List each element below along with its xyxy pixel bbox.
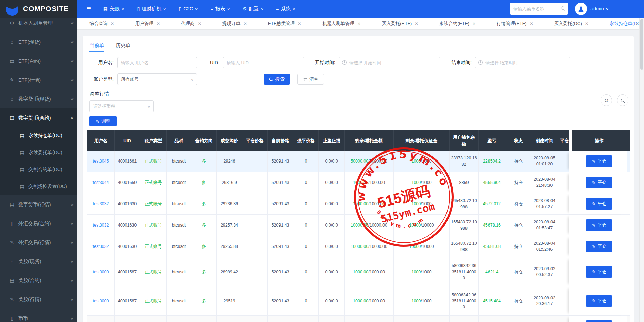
column-header: 账户类型 [140, 130, 167, 151]
edit-icon: ✎ [9, 297, 15, 302]
created-time-cell: 2023-08-04 01:53:47 [532, 215, 557, 236]
sidebar-subitem[interactable]: ▤ 永续委托单(DC) ∨ [0, 144, 77, 161]
search-button[interactable]: 搜索 [264, 74, 290, 85]
close-position-button[interactable]: ✎平仓 [586, 266, 612, 278]
open-tab[interactable]: 买入委托(ETF) ✕ [382, 21, 418, 27]
nav-menu-item[interactable]: ▦ 美股 ∨ [103, 6, 124, 12]
chevron-down-icon: ∨ [227, 7, 230, 11]
clear-button[interactable]: 清空 [297, 74, 324, 85]
sidebar-item[interactable]: ▯ 外汇交易(合约) ∨ [0, 214, 77, 233]
admin-username[interactable]: admin [590, 6, 604, 12]
close-position-button[interactable]: ✎平仓 [586, 219, 612, 231]
close-icon[interactable]: ✕ [111, 21, 114, 26]
created-time-cell: 2023-08-04 01:52:46 [532, 236, 557, 257]
symbol-cell: btcusdt [167, 236, 191, 257]
username-link[interactable]: test3000 [93, 269, 109, 275]
close-icon[interactable]: ✕ [157, 21, 160, 26]
sidebar-item[interactable]: ⌂ 数字货币(现货) ∨ [0, 89, 77, 108]
current-price-cell: 52091.43 [268, 215, 293, 236]
username-link[interactable]: test3000 [93, 298, 109, 304]
scrollbar-thumb[interactable] [640, 19, 643, 70]
sidebar-item[interactable]: ▤ 数字货币(行情) ∨ [0, 195, 77, 214]
direction-cell: 多 [191, 151, 217, 172]
open-tab[interactable]: 买入委托(DC) ✕ [554, 21, 589, 27]
close-icon[interactable]: ✕ [472, 21, 476, 26]
account-type-select[interactable]: 所有账号 ∨ [117, 73, 197, 85]
adjust-button[interactable]: ✎ 调整 [89, 116, 117, 126]
nav-menu-item[interactable]: ▯ C2C ∨ [179, 6, 198, 12]
margin-cell: 1000/1000 [394, 257, 450, 286]
open-tab[interactable]: 永续合约(ETF) ✕ [439, 21, 476, 27]
username-link[interactable]: test3044 [93, 179, 109, 186]
close-icon[interactable]: ✕ [198, 21, 201, 26]
avatar[interactable] [575, 3, 587, 15]
chevron-down-icon[interactable]: ∨ [605, 7, 609, 11]
tabs-chevron-down-icon[interactable]: ∨ [635, 18, 638, 30]
open-tab[interactable]: 行情管理(ETF) ✕ [497, 21, 533, 27]
close-icon[interactable]: ✕ [244, 21, 247, 26]
open-tab[interactable]: 永续持仓单(DC) ✕ [609, 21, 644, 27]
open-tab[interactable]: 综合查询 ✕ [89, 21, 114, 27]
hamburger-icon[interactable]: ≡ [87, 4, 91, 13]
open-tab[interactable]: 提现订单 ✕ [222, 21, 247, 27]
pnl-cell: 4621.4 [479, 257, 505, 286]
close-position-button[interactable]: ✎平仓 [586, 177, 612, 188]
end-time-input[interactable] [475, 57, 570, 68]
username-link[interactable]: test3045 [93, 158, 109, 164]
sidebar-item[interactable]: ▤ 数字货币(合约) ∧ [0, 108, 77, 127]
close-icon[interactable]: ✕ [530, 21, 533, 26]
sidebar-subitem[interactable]: ▤ 交割场控设置(DC) ∨ [0, 178, 77, 195]
username-input[interactable] [117, 57, 197, 68]
sidebar-item[interactable]: ✎ 外汇交易(行情) ∨ [0, 233, 77, 252]
close-icon[interactable]: ✕ [357, 21, 361, 26]
amount-cell [345, 316, 394, 322]
chevron-down-icon: ∨ [195, 7, 198, 11]
pencil-icon: ✎ [592, 244, 596, 249]
close-position-button[interactable]: ✎平仓 [586, 295, 612, 307]
close-icon[interactable]: ✕ [298, 21, 301, 26]
open-tab[interactable]: 机器人刷单管理 ✕ [322, 21, 361, 27]
close-position-button[interactable]: ✎平仓 [586, 198, 612, 210]
close-position-button[interactable]: ✎平仓 [586, 241, 612, 252]
open-tab[interactable]: ETF总类管理 ✕ [268, 21, 302, 27]
table-row: ff1061745 11251381 2023-08-0 ✎平仓 [87, 316, 630, 322]
refresh-button[interactable]: ↻ [601, 94, 612, 106]
sidebar-item[interactable]: ✎ 美股(行情) ∨ [0, 290, 77, 309]
nav-menu-item[interactable]: ⚙ 配置 ∨ [243, 6, 263, 12]
close-position-button[interactable]: ✎平仓 [586, 320, 612, 322]
sidebar-item[interactable]: ▤ ETF(合约) ∨ [0, 51, 77, 70]
username-link[interactable]: test3032 [93, 243, 109, 250]
tab-current-orders[interactable]: 当前单 [89, 42, 104, 52]
wallet-balance-cell: 11251381 [450, 316, 479, 322]
sidebar-item[interactable]: ▤ 美股(合约) ∨ [0, 271, 77, 290]
nav-menu-item[interactable]: ≡ 报表 ∨ [211, 6, 230, 12]
sidebar-item[interactable]: ✎ ETF(行情) ∨ [0, 70, 77, 89]
sidebar-subitem[interactable]: ▤ 交割合约单(DC) ∨ [0, 161, 77, 178]
open-tab[interactable]: 用户管理 ✕ [135, 21, 160, 27]
shop-icon: ⌂ [9, 96, 15, 102]
coin-select[interactable]: 请选择币种 ∨ [89, 100, 154, 112]
start-time-input[interactable] [339, 57, 440, 68]
account-type-cell: 正式账号 [140, 236, 167, 257]
close-position-button[interactable]: ✎平仓 [586, 155, 612, 167]
tp-sl-cell: 0.0/0.0 [319, 286, 345, 315]
tab-history-orders[interactable]: 历史单 [116, 42, 131, 52]
wallet-balance-cell: 58006342 36351811 40000 [450, 286, 479, 315]
open-tab[interactable]: 代理商 ✕ [181, 21, 201, 27]
sidebar-subitem[interactable]: ▤ 永续持仓单(DC) ∨ [0, 127, 77, 144]
close-icon[interactable]: ✕ [585, 21, 588, 26]
username-link[interactable]: test3032 [93, 201, 109, 207]
close-icon[interactable]: ✕ [415, 21, 418, 26]
uid-input[interactable] [223, 57, 304, 68]
symbol-cell [167, 316, 191, 322]
sidebar-item[interactable]: ▯ 币币 ∨ [0, 309, 77, 322]
zoom-button[interactable] [617, 94, 628, 106]
sidebar-item[interactable]: ⌂ 美股(现货) ∨ [0, 252, 77, 271]
username-link[interactable]: test3032 [93, 222, 109, 228]
menu-search-input[interactable] [510, 3, 568, 15]
sidebar-item[interactable]: ⚙ 机器人刷单管理 ∨ [0, 18, 77, 33]
avg-price-cell: 29257.34 [217, 215, 242, 236]
sidebar-item[interactable]: ⌂ ETF(现货) ∨ [0, 33, 77, 51]
nav-menu-item[interactable]: ▯ 理财矿机 ∨ [137, 6, 166, 12]
nav-menu-item[interactable]: ≡ 系统 ∨ [276, 6, 295, 12]
